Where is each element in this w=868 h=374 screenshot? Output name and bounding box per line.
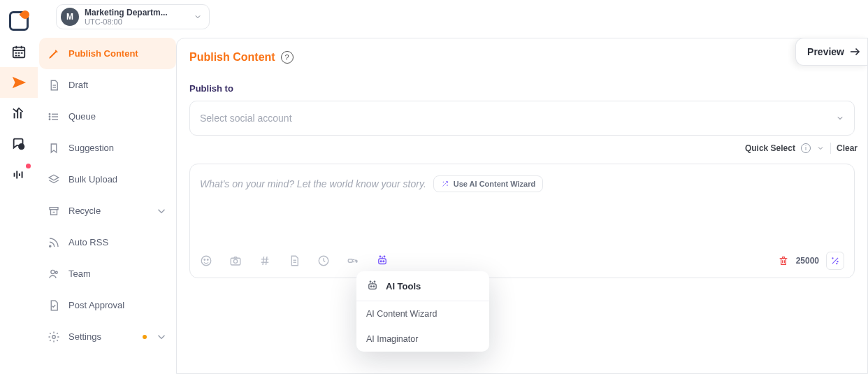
- divider: [830, 143, 831, 154]
- sidebar-item-publish-content[interactable]: Publish Content: [39, 38, 176, 69]
- sidebar-item-team[interactable]: Team: [39, 258, 176, 289]
- popover-item-imaginator[interactable]: AI Imaginator: [356, 326, 489, 352]
- svg-point-54: [380, 261, 382, 262]
- chat-icon: [11, 136, 27, 152]
- sidebar-item-post-approval[interactable]: Post Approval: [39, 289, 176, 321]
- rail-publish[interactable]: [0, 67, 38, 98]
- svg-rect-8: [18, 55, 20, 57]
- svg-point-33: [55, 271, 57, 273]
- svg-rect-4: [15, 52, 17, 54]
- hashtag-button[interactable]: [259, 254, 271, 267]
- svg-rect-6: [21, 52, 23, 54]
- quick-select-button[interactable]: Quick Select: [745, 143, 795, 153]
- info-icon[interactable]: i: [801, 143, 811, 153]
- svg-point-32: [51, 270, 55, 273]
- app-logo[interactable]: [0, 6, 38, 36]
- template-button[interactable]: [288, 254, 301, 267]
- svg-point-61: [832, 258, 833, 259]
- sidebar-item-label: Auto RSS: [68, 237, 168, 247]
- svg-point-62: [837, 261, 838, 262]
- wizard-label: Use AI Content Wizard: [454, 180, 535, 188]
- sidebar-item-label: Publish Content: [68, 48, 168, 59]
- rail-calendar[interactable]: [0, 36, 38, 67]
- svg-point-37: [447, 185, 447, 186]
- workspace-timezone: UTC-08:00: [85, 17, 194, 26]
- sidebar-item-auto-rss[interactable]: Auto RSS: [39, 226, 176, 258]
- camera-icon: [229, 254, 242, 267]
- archive-icon: [48, 205, 60, 217]
- help-icon[interactable]: ?: [281, 51, 294, 64]
- schedule-button[interactable]: [317, 254, 330, 267]
- delete-button[interactable]: [778, 255, 789, 266]
- chart-icon: [11, 106, 27, 121]
- emoji-icon: [200, 254, 212, 267]
- camera-button[interactable]: [229, 254, 242, 267]
- ai-tools-button[interactable]: [376, 254, 389, 267]
- workspace-name: Marketing Departm...: [85, 8, 194, 17]
- sidebar-item-label: Post Approval: [68, 300, 168, 310]
- svg-point-65: [370, 286, 372, 287]
- select-placeholder: Select social account: [200, 113, 292, 124]
- chevron-down-icon[interactable]: [816, 144, 825, 152]
- svg-point-58: [384, 256, 385, 257]
- ai-tools-popover: AI Tools AI Content Wizard AI Imaginator: [356, 271, 489, 352]
- workspace-avatar: M: [61, 8, 79, 26]
- sidebar-item-label: Recycle: [68, 206, 147, 216]
- svg-point-68: [370, 281, 371, 282]
- calendar-icon: [11, 44, 27, 59]
- rail-audio[interactable]: [0, 159, 38, 190]
- svg-rect-7: [15, 55, 17, 57]
- document-icon: [48, 79, 60, 92]
- svg-point-69: [374, 281, 375, 282]
- notification-dot-icon: [26, 164, 31, 168]
- composer: What's on your mind? Let the world know …: [189, 164, 855, 278]
- sidebar-item-label: Settings: [68, 331, 137, 342]
- rss-icon: [48, 236, 60, 249]
- svg-rect-5: [18, 52, 20, 54]
- rail-analytics[interactable]: [0, 98, 38, 129]
- svg-point-25: [49, 113, 50, 115]
- page-title: Publish Content: [189, 51, 275, 64]
- sidebar-item-queue[interactable]: Queue: [39, 101, 176, 132]
- plug-button[interactable]: [347, 254, 359, 267]
- char-count: 25000: [796, 256, 819, 266]
- svg-point-36: [443, 182, 444, 182]
- emoji-button[interactable]: [200, 254, 212, 267]
- sidebar-item-bulk-upload[interactable]: Bulk Upload: [39, 164, 176, 195]
- paper-plane-icon: [11, 75, 27, 90]
- magic-enhance-button[interactable]: [826, 252, 844, 270]
- rail-engage[interactable]: [0, 129, 38, 159]
- logo-icon: [9, 11, 29, 31]
- sidebar-item-recycle[interactable]: Recycle: [39, 195, 176, 226]
- pencil-icon: [48, 48, 60, 60]
- svg-line-45: [263, 257, 264, 265]
- stack-icon: [48, 173, 60, 186]
- composer-placeholder[interactable]: What's on your mind? Let the world know …: [200, 178, 426, 189]
- sidebar-item-label: Team: [68, 268, 168, 279]
- sidebar-item-label: Queue: [68, 111, 168, 122]
- select-social-account[interactable]: Select social account: [189, 101, 855, 136]
- svg-point-12: [18, 143, 24, 150]
- sidebar-item-settings[interactable]: Settings: [39, 321, 176, 352]
- sidebar-item-label: Bulk Upload: [68, 174, 168, 185]
- popover-item-content-wizard[interactable]: AI Content Wizard: [356, 301, 489, 326]
- clock-icon: [317, 254, 330, 267]
- magic-wand-icon: [830, 256, 840, 266]
- svg-rect-50: [348, 259, 352, 263]
- robot-icon: [376, 254, 389, 267]
- chevron-down-icon: [836, 114, 844, 122]
- chevron-down-icon: [194, 13, 202, 21]
- svg-point-31: [50, 245, 51, 247]
- gear-icon: [48, 331, 60, 343]
- user-icon: [48, 268, 60, 280]
- plug-icon: [347, 254, 359, 267]
- sidebar-item-suggestion[interactable]: Suggestion: [39, 132, 176, 164]
- workspace-switcher[interactable]: M Marketing Departm... UTC-08:00: [56, 4, 210, 29]
- ai-content-wizard-button[interactable]: Use AI Content Wizard: [433, 175, 543, 192]
- clear-button[interactable]: Clear: [837, 143, 858, 153]
- svg-rect-53: [379, 259, 386, 264]
- sidebar-item-draft[interactable]: Draft: [39, 69, 176, 101]
- svg-point-40: [208, 259, 209, 261]
- chevron-down-icon: [155, 331, 168, 343]
- robot-icon: [366, 280, 379, 292]
